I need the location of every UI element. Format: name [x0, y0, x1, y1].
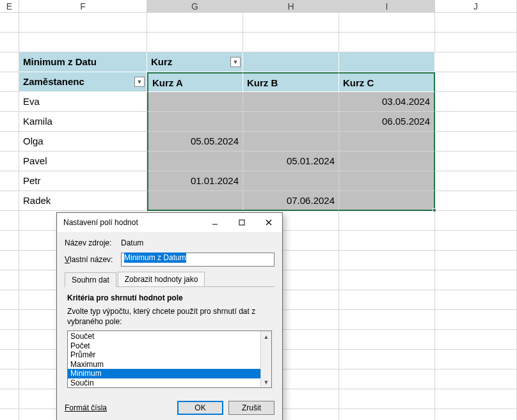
pivot-data-cell[interactable] — [243, 92, 339, 112]
pivot-row-label[interactable]: Radek — [19, 191, 147, 211]
pivot-data-cell[interactable] — [147, 152, 243, 171]
row-field-dropdown-icon[interactable]: ▼ — [134, 77, 145, 87]
source-name-value: Datum — [121, 238, 143, 247]
value-field-settings-dialog: Nastavení polí hodnot Název zdroje: Datu… — [56, 212, 283, 420]
custom-name-label: Vlastní název: — [65, 255, 121, 264]
pivot-data-cell[interactable]: 05.01.2024 — [243, 152, 339, 171]
scroll-down-icon[interactable]: ▼ — [261, 377, 271, 387]
pivot-row-label[interactable]: Pavel — [19, 152, 147, 171]
pivot-data-cell[interactable] — [147, 112, 243, 132]
column-field-dropdown-icon[interactable]: ▼ — [230, 57, 241, 67]
col-header-J[interactable]: J — [435, 0, 517, 12]
close-button[interactable] — [255, 213, 282, 232]
pivot-data-cell[interactable] — [339, 191, 435, 211]
tab-summary[interactable]: Souhrn dat — [65, 272, 116, 287]
scroll-up-icon[interactable]: ▲ — [261, 331, 271, 342]
dialog-titlebar[interactable]: Nastavení polí hodnot — [57, 213, 282, 232]
pivot-data-cell[interactable]: 01.01.2024 — [147, 171, 243, 191]
summary-function-listbox[interactable]: SoučetPočetPrůměrMaximumMinimumSoučin — [68, 331, 260, 387]
pivot-data-cell[interactable] — [339, 152, 435, 171]
tab-show-values-as[interactable]: Zobrazit hodnoty jako — [118, 272, 205, 286]
panel-description: Zvolte typ výpočtu, který chcete použít … — [67, 306, 272, 327]
function-option[interactable]: Průměr — [68, 350, 260, 360]
number-format-button[interactable]: Formát čísla — [65, 403, 107, 412]
pivot-data-cell[interactable]: 07.06.2024 — [243, 191, 339, 211]
pivot-col-header[interactable]: Kurz A — [147, 72, 243, 92]
pivot-data-cell[interactable] — [147, 92, 243, 112]
cancel-button[interactable]: Zrušit — [228, 401, 274, 415]
minimize-button[interactable] — [202, 213, 228, 232]
custom-name-input[interactable]: Minimum z Datum — [121, 253, 274, 267]
function-option[interactable]: Maximum — [68, 360, 260, 369]
maximize-button[interactable] — [228, 213, 255, 232]
pivot-values-field-label[interactable]: Minimum z Datu — [19, 52, 147, 72]
pivot-data-cell[interactable] — [339, 132, 435, 152]
source-name-label: Název zdroje: — [65, 238, 121, 247]
pivot-row-label[interactable]: Eva — [19, 92, 147, 112]
function-option[interactable]: Součet — [68, 332, 260, 341]
pivot-data-cell[interactable]: 03.04.2024 — [339, 92, 435, 112]
col-header-H[interactable]: H — [243, 0, 339, 12]
pivot-data-cell[interactable] — [243, 112, 339, 132]
pivot-column-field-label[interactable]: Kurz▼ — [147, 52, 243, 72]
ok-button[interactable]: OK — [177, 401, 223, 415]
col-header-E[interactable]: E — [0, 0, 19, 12]
col-header-G[interactable]: G — [147, 0, 243, 12]
pivot-col-header[interactable]: Kurz C — [339, 72, 435, 92]
pivot-data-cell[interactable] — [243, 132, 339, 152]
pivot-data-cell[interactable] — [147, 191, 243, 211]
pivot-data-cell[interactable]: 06.05.2024 — [339, 112, 435, 132]
listbox-scrollbar[interactable]: ▲ ▼ — [260, 331, 271, 387]
pivot-row-label[interactable]: Petr — [19, 171, 147, 191]
pivot-row-field-label[interactable]: Zaměstanenc▼ — [19, 72, 147, 92]
function-option[interactable]: Počet — [68, 341, 260, 351]
function-option[interactable]: Minimum — [68, 369, 260, 378]
pivot-data-cell[interactable] — [339, 171, 435, 191]
pivot-data-cell[interactable] — [243, 171, 339, 191]
function-option[interactable]: Součin — [68, 378, 260, 388]
pivot-row-label[interactable]: Olga — [19, 132, 147, 152]
col-header-F[interactable]: F — [19, 0, 147, 12]
panel-heading: Kritéria pro shrnutí hodnot pole — [67, 293, 272, 302]
dialog-title: Nastavení polí hodnot — [63, 218, 202, 227]
pivot-data-cell[interactable]: 05.05.2024 — [147, 132, 243, 152]
pivot-row-label[interactable]: Kamila — [19, 112, 147, 132]
svg-rect-1 — [239, 220, 244, 225]
col-header-I[interactable]: I — [339, 0, 435, 12]
pivot-col-header[interactable]: Kurz B — [243, 72, 339, 92]
